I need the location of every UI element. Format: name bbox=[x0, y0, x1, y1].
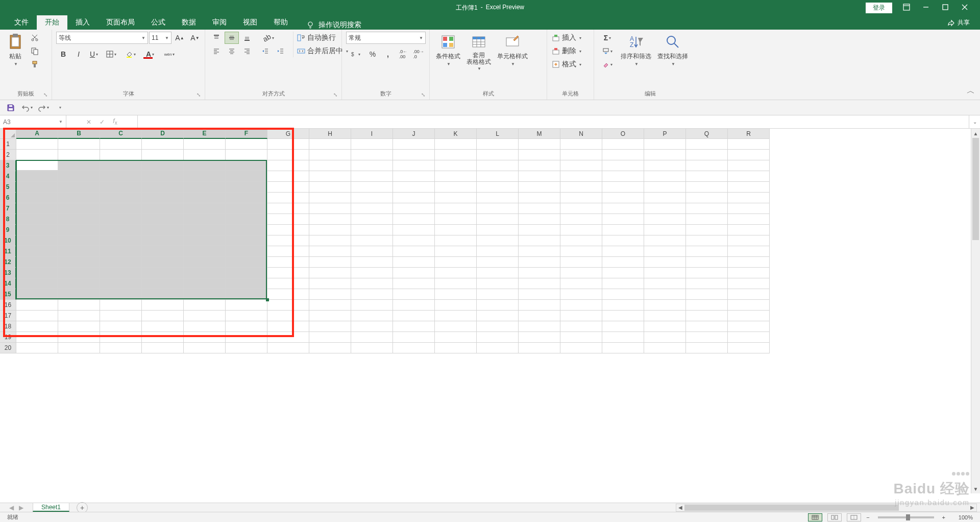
worksheet-grid[interactable]: ABCDEFGHIJKLMNOPQR 123456789101112131415… bbox=[0, 129, 980, 503]
cell[interactable] bbox=[100, 257, 142, 268]
cell[interactable] bbox=[519, 300, 560, 311]
cell[interactable] bbox=[142, 150, 184, 160]
cell[interactable] bbox=[58, 139, 100, 150]
cell[interactable] bbox=[644, 257, 686, 268]
cell[interactable] bbox=[16, 214, 58, 225]
view-normal-button[interactable] bbox=[808, 513, 822, 521]
cell[interactable] bbox=[16, 300, 58, 311]
align-top-button[interactable] bbox=[209, 32, 224, 44]
format-painter-button[interactable] bbox=[29, 58, 41, 70]
cell[interactable] bbox=[728, 300, 770, 311]
cell[interactable] bbox=[309, 268, 351, 278]
cell[interactable] bbox=[435, 235, 477, 246]
redo-button[interactable]: ▾ bbox=[38, 102, 49, 113]
number-launcher[interactable]: ⤡ bbox=[421, 92, 425, 98]
cell[interactable] bbox=[184, 268, 226, 278]
cell[interactable] bbox=[686, 268, 728, 278]
cell[interactable] bbox=[686, 139, 728, 150]
cell[interactable] bbox=[226, 278, 267, 289]
cell[interactable] bbox=[686, 171, 728, 182]
cell[interactable] bbox=[309, 289, 351, 300]
format-cells-button[interactable]: 格式▾ bbox=[551, 58, 592, 70]
cell[interactable] bbox=[393, 343, 435, 353]
ribbon-display-options-icon[interactable] bbox=[901, 4, 912, 12]
cell[interactable] bbox=[519, 257, 560, 268]
cell[interactable] bbox=[226, 203, 267, 214]
cancel-formula-button[interactable]: ✕ bbox=[86, 118, 91, 126]
cell[interactable] bbox=[267, 235, 309, 246]
col-header-K[interactable]: K bbox=[435, 129, 477, 139]
row-header-7[interactable]: 7 bbox=[0, 203, 16, 214]
cell[interactable] bbox=[519, 246, 560, 257]
cell[interactable] bbox=[309, 246, 351, 257]
cell[interactable] bbox=[267, 214, 309, 225]
tab-insert[interactable]: 插入 bbox=[67, 15, 98, 30]
cell[interactable] bbox=[560, 235, 602, 246]
cell[interactable] bbox=[100, 139, 142, 150]
cell[interactable] bbox=[477, 321, 519, 332]
cell[interactable] bbox=[686, 235, 728, 246]
cell[interactable] bbox=[477, 268, 519, 278]
cell[interactable] bbox=[309, 214, 351, 225]
row-header-16[interactable]: 16 bbox=[0, 300, 16, 311]
align-left-button[interactable] bbox=[209, 45, 224, 57]
cell[interactable] bbox=[184, 139, 226, 150]
cell[interactable] bbox=[267, 182, 309, 193]
cell[interactable] bbox=[351, 193, 393, 203]
bold-button[interactable]: B bbox=[56, 48, 70, 60]
cell[interactable] bbox=[644, 300, 686, 311]
cell[interactable] bbox=[58, 203, 100, 214]
cell[interactable] bbox=[184, 289, 226, 300]
cell[interactable] bbox=[560, 171, 602, 182]
cell[interactable] bbox=[728, 268, 770, 278]
cell[interactable] bbox=[435, 139, 477, 150]
tab-view[interactable]: 视图 bbox=[235, 15, 265, 30]
cell[interactable] bbox=[393, 278, 435, 289]
cell[interactable] bbox=[16, 311, 58, 321]
conditional-formatting-button[interactable]: 条件格式▼ bbox=[434, 32, 462, 67]
cell[interactable] bbox=[351, 343, 393, 353]
cell[interactable] bbox=[58, 321, 100, 332]
cell[interactable] bbox=[602, 171, 644, 182]
row-header-18[interactable]: 18 bbox=[0, 321, 16, 332]
clear-button[interactable]: ▾ bbox=[598, 58, 617, 70]
cell[interactable] bbox=[226, 246, 267, 257]
tab-review[interactable]: 审阅 bbox=[204, 15, 235, 30]
paste-button[interactable]: 粘贴 ▼ bbox=[4, 32, 27, 67]
cell[interactable] bbox=[728, 160, 770, 171]
cell[interactable] bbox=[16, 268, 58, 278]
cell[interactable] bbox=[142, 171, 184, 182]
cell[interactable] bbox=[435, 246, 477, 257]
cell[interactable] bbox=[560, 246, 602, 257]
cell[interactable] bbox=[309, 139, 351, 150]
share-button[interactable]: 共享 bbox=[937, 16, 980, 30]
cell[interactable] bbox=[602, 321, 644, 332]
row-header-12[interactable]: 12 bbox=[0, 257, 16, 268]
cell[interactable] bbox=[519, 268, 560, 278]
cell[interactable] bbox=[435, 214, 477, 225]
cell[interactable] bbox=[560, 300, 602, 311]
cell[interactable] bbox=[435, 321, 477, 332]
cell[interactable] bbox=[477, 171, 519, 182]
cell[interactable] bbox=[16, 235, 58, 246]
cell[interactable] bbox=[728, 203, 770, 214]
row-header-15[interactable]: 15 bbox=[0, 289, 16, 300]
cell[interactable] bbox=[309, 182, 351, 193]
cell[interactable] bbox=[519, 311, 560, 321]
cell[interactable] bbox=[728, 246, 770, 257]
cell[interactable] bbox=[477, 193, 519, 203]
cell[interactable] bbox=[184, 257, 226, 268]
view-page-layout-button[interactable] bbox=[827, 513, 842, 521]
cell[interactable] bbox=[142, 160, 184, 171]
cell[interactable] bbox=[58, 235, 100, 246]
cell[interactable] bbox=[560, 139, 602, 150]
italic-button[interactable]: I bbox=[71, 48, 86, 60]
row-header-6[interactable]: 6 bbox=[0, 193, 16, 203]
cell[interactable] bbox=[686, 257, 728, 268]
cell[interactable] bbox=[435, 193, 477, 203]
cell[interactable] bbox=[100, 203, 142, 214]
cell[interactable] bbox=[309, 343, 351, 353]
cell[interactable] bbox=[602, 300, 644, 311]
vertical-scrollbar[interactable]: ▲ ▼ bbox=[971, 129, 980, 493]
cell[interactable] bbox=[644, 203, 686, 214]
